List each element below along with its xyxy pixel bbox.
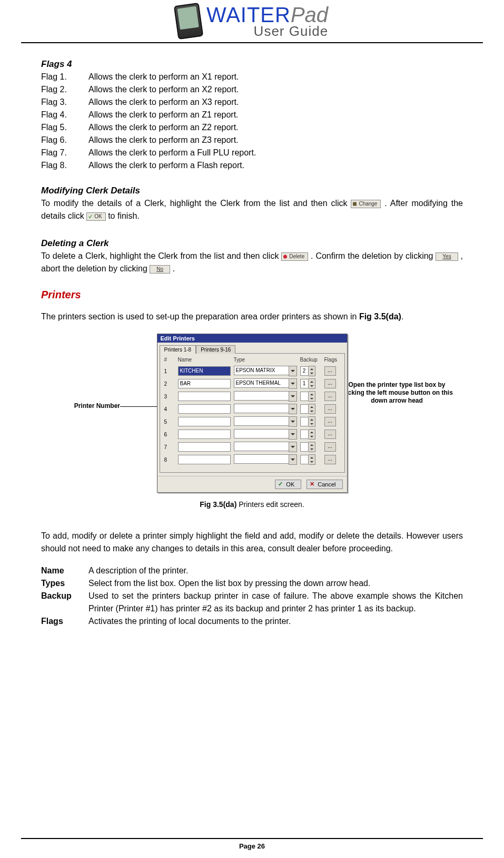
- after-figure-para: To add, modify or delete a printer simpl…: [41, 530, 463, 555]
- flags-button[interactable]: ...: [324, 417, 336, 426]
- printer-name-input[interactable]: [178, 455, 231, 464]
- backup-value: [300, 392, 309, 401]
- stepper-arrows-icon[interactable]: [309, 404, 315, 414]
- printer-row: 4...: [164, 404, 340, 414]
- printer-type-select[interactable]: [234, 454, 297, 465]
- page-number: Page 26: [239, 842, 265, 850]
- text: .: [401, 312, 403, 321]
- stepper-arrows-icon[interactable]: [309, 391, 315, 402]
- printer-name-input[interactable]: [178, 430, 231, 439]
- chevron-down-icon[interactable]: [289, 391, 297, 402]
- def-desc: A description of the printer.: [88, 564, 463, 577]
- tab-printers-9-16[interactable]: Printers 9-16: [196, 345, 235, 354]
- pda-icon: [174, 3, 203, 40]
- printer-type-select[interactable]: EPSON MATRIX: [234, 366, 297, 376]
- flags4-title: Flags 4: [41, 59, 463, 70]
- chevron-down-icon[interactable]: [289, 442, 297, 452]
- printer-name-input[interactable]: BAR: [178, 379, 231, 388]
- backup-stepper[interactable]: [300, 416, 321, 427]
- stepper-arrows-icon[interactable]: [309, 442, 315, 452]
- printer-type-value: [234, 416, 289, 426]
- flags-button[interactable]: ...: [324, 430, 336, 439]
- flag-desc: Allows the clerk to perform a Flash repo…: [88, 159, 244, 172]
- flags-button[interactable]: ...: [324, 404, 336, 414]
- chevron-down-icon[interactable]: [289, 366, 297, 376]
- backup-stepper[interactable]: [300, 442, 321, 452]
- printers-heading: Printers: [41, 289, 463, 301]
- text: The printers section is used to set-up t…: [41, 312, 359, 321]
- stepper-arrows-icon[interactable]: [309, 454, 315, 465]
- tab-printers-1-8[interactable]: Printers 1-8: [160, 345, 196, 354]
- flag-row: Flag 8.Allows the clerk to perform a Fla…: [41, 159, 463, 172]
- stepper-arrows-icon[interactable]: [309, 366, 315, 376]
- chevron-down-icon[interactable]: [289, 378, 297, 389]
- flag-label: Flag 7.: [41, 147, 88, 159]
- flag-label: Flag 1.: [41, 71, 88, 83]
- flags-button[interactable]: ...: [324, 455, 336, 464]
- no-button[interactable]: No: [150, 265, 170, 274]
- modify-para: To modify the details of a Clerk, highli…: [41, 197, 463, 222]
- printer-name-input[interactable]: [178, 417, 231, 426]
- backup-stepper[interactable]: [300, 391, 321, 402]
- printer-type-select[interactable]: [234, 442, 297, 452]
- printer-type-select[interactable]: [234, 404, 297, 414]
- printer-name-input[interactable]: KITCHEN: [178, 366, 231, 376]
- flag-label: Flag 4.: [41, 109, 88, 121]
- fig-ref: Fig 3.5(da): [359, 312, 401, 321]
- figure-wrap: Printer Number Open the printer type lis…: [41, 334, 463, 497]
- printer-name-input[interactable]: [178, 404, 231, 414]
- printer-type-value: EPSON THERMAL: [234, 378, 289, 388]
- printer-type-select[interactable]: [234, 416, 297, 427]
- printer-type-select[interactable]: [234, 429, 297, 440]
- backup-value: [300, 417, 309, 426]
- flag-row: Flag 1.Allows the clerk to perform an X1…: [41, 71, 463, 83]
- flags-button[interactable]: ...: [324, 442, 336, 452]
- printer-type-value: [234, 404, 289, 413]
- flags-button[interactable]: ...: [324, 366, 336, 376]
- chevron-down-icon[interactable]: [289, 429, 297, 440]
- def-term: Flags: [41, 615, 88, 628]
- backup-stepper[interactable]: 1: [300, 378, 321, 389]
- ok-button[interactable]: OK: [86, 212, 105, 221]
- def-row: BackupUsed to set the printers backup pr…: [41, 590, 463, 615]
- backup-value: [300, 430, 309, 439]
- printer-type-select[interactable]: [234, 391, 297, 402]
- callout-printer-number: Printer Number: [57, 402, 120, 410]
- backup-value: [300, 404, 309, 414]
- stepper-arrows-icon[interactable]: [309, 416, 315, 427]
- flag-row: Flag 4.Allows the clerk to perform an Z1…: [41, 109, 463, 121]
- chevron-down-icon[interactable]: [289, 454, 297, 465]
- row-number: 1: [164, 368, 175, 374]
- printer-name-input[interactable]: [178, 392, 231, 401]
- printer-row: 8...: [164, 454, 340, 465]
- delete-button[interactable]: Delete: [281, 252, 308, 261]
- def-desc: Used to set the printers backup printer …: [88, 590, 463, 615]
- change-button[interactable]: Change: [351, 200, 381, 208]
- printers-intro: The printers section is used to set-up t…: [41, 310, 463, 323]
- chevron-down-icon[interactable]: [289, 416, 297, 427]
- printer-name-input[interactable]: [178, 442, 231, 452]
- dialog-ok-button[interactable]: OK: [275, 480, 301, 489]
- flags-button[interactable]: ...: [324, 392, 336, 401]
- flag-label: Flag 6.: [41, 134, 88, 147]
- backup-stepper[interactable]: [300, 429, 321, 440]
- printer-row: 6...: [164, 429, 340, 440]
- backup-stepper[interactable]: 2: [300, 366, 321, 376]
- stepper-arrows-icon[interactable]: [309, 429, 315, 440]
- flags-button[interactable]: ...: [324, 379, 336, 388]
- chevron-down-icon[interactable]: [289, 404, 297, 414]
- figure-caption: Fig 3.5(da) Printers edit screen.: [41, 500, 463, 509]
- flag-row: Flag 6.Allows the clerk to perform an Z3…: [41, 134, 463, 147]
- flag-row: Flag 3.Allows the clerk to perform an X3…: [41, 96, 463, 109]
- def-term: Name: [41, 564, 88, 577]
- col-backup: Backup: [300, 357, 321, 363]
- row-number: 8: [164, 457, 175, 463]
- printer-type-value: [234, 454, 289, 464]
- backup-stepper[interactable]: [300, 454, 321, 465]
- text: . Confirm the deletion by clicking: [311, 251, 436, 260]
- stepper-arrows-icon[interactable]: [309, 378, 315, 389]
- dialog-cancel-button[interactable]: Cancel: [307, 480, 342, 489]
- printer-type-select[interactable]: EPSON THERMAL: [234, 378, 297, 389]
- yes-button[interactable]: Yes: [436, 252, 458, 261]
- backup-stepper[interactable]: [300, 404, 321, 414]
